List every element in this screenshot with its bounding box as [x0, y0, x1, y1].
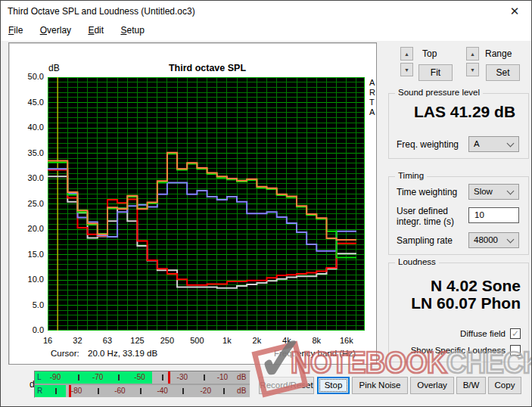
series-orange-trace	[48, 153, 356, 240]
x-axis-tick-label: 8k	[313, 336, 322, 345]
copy-button[interactable]: Copy	[488, 377, 521, 394]
arrow-up-icon: ▲	[470, 51, 475, 57]
x-axis-tick-label: 250	[160, 336, 174, 345]
top-spinner: ▲ ▼	[400, 47, 413, 79]
cursor-readout-label: Cursor:	[51, 349, 79, 358]
freq-weighting-select[interactable]: A	[468, 136, 519, 152]
meter-tick-mark	[78, 374, 79, 381]
meter-scale-label: dB	[237, 387, 246, 395]
menu-item-overlay[interactable]: Overlay	[33, 22, 78, 39]
meter-tick-mark	[98, 388, 99, 394]
group-label: Timing	[395, 171, 427, 180]
time-weighting-value: Slow	[474, 187, 493, 196]
y-axis-title: dB	[48, 63, 60, 73]
spl-chart-panel: dB Third octave SPL A R T A Cursor: 20.0…	[8, 42, 377, 365]
menu-bar: File Overlay Edit Setup	[1, 22, 531, 41]
y-axis-tick-label: 30.0	[11, 173, 44, 182]
y-axis-tick-label: 20.0	[11, 224, 44, 233]
time-weighting-select[interactable]: Slow	[468, 184, 519, 200]
meter-scale-label: -80	[71, 387, 82, 395]
freq-weighting-value: A	[474, 139, 480, 148]
group-label: Loudness	[395, 257, 439, 266]
specific-loudness-row: Show Specific Loudness	[411, 345, 521, 356]
x-axis-tick-label: 16k	[340, 336, 353, 345]
arta-spl-window: Third Octave SPL and Loudness (Untitled.…	[0, 0, 532, 407]
top-spin-up-button[interactable]: ▲	[400, 47, 413, 61]
cursor-readout-value: 20.0 Hz, 33.19 dB	[88, 349, 157, 358]
y-axis-tick-label: 50.0	[11, 72, 44, 81]
x-axis-tick-label: 32	[73, 336, 82, 345]
x-axis-tick-label: 16	[43, 336, 52, 345]
series-red-trace	[48, 170, 356, 285]
diffuse-field-row: Diffuse field ✓	[460, 328, 521, 339]
menu-item-edit[interactable]: Edit	[81, 22, 110, 39]
chevron-down-icon	[507, 188, 515, 195]
chevron-down-icon	[507, 140, 515, 148]
meter-scale-label: -30	[177, 373, 188, 381]
pink-noise-button[interactable]: Pink Noise	[352, 377, 408, 394]
x-axis-tick-label: 2k	[253, 336, 262, 345]
x-axis-tick-label: 4k	[282, 336, 291, 345]
close-button[interactable]: ✕	[506, 4, 523, 19]
set-button[interactable]: Set	[486, 64, 520, 81]
specific-loudness-checkbox[interactable]	[510, 345, 521, 356]
sone-value: N 4.02 Sone	[431, 277, 521, 295]
sampling-rate-select[interactable]: 48000	[468, 232, 519, 248]
sound-pressure-level-group: Sound pressure level LAS 41.29 dB Freq. …	[388, 93, 529, 159]
chart-title: Third octave SPL	[169, 63, 246, 73]
meter-tick-mark	[140, 388, 142, 394]
arrow-down-icon: ▼	[404, 67, 409, 73]
stop-button[interactable]: Stop	[317, 377, 350, 394]
meter-row-left: L -90-70-50-30-10dB	[35, 371, 250, 385]
record-reset-button[interactable]: Record/Reset	[259, 377, 314, 394]
time-weighting-label: Time weighting	[397, 187, 457, 197]
meter-tick-mark	[118, 374, 120, 381]
phon-value: LN 60.07 Phon	[411, 294, 521, 312]
sampling-rate-label: Sampling rate	[397, 235, 453, 246]
series-white-trace	[48, 176, 356, 287]
meter-row-right: R -80-60-40-20dB	[35, 385, 250, 397]
spl-plot-area[interactable]	[48, 77, 365, 331]
arrow-up-icon: ▲	[404, 51, 409, 57]
range-spin-down-button[interactable]: ▼	[466, 63, 479, 76]
range-spin-up-button[interactable]: ▲	[466, 47, 479, 61]
meter-scale-label: dB	[237, 373, 246, 381]
y-axis-tick-label: 5.0	[11, 300, 44, 309]
fit-button[interactable]: Fit	[418, 64, 453, 81]
chevron-down-icon	[507, 236, 515, 244]
window-title: Third Octave SPL and Loudness (Untitled.…	[8, 6, 195, 17]
freq-weighting-label: Freq. weighting	[397, 139, 459, 150]
diffuse-field-checkbox[interactable]: ✓	[510, 328, 521, 339]
meter-tick-mark	[55, 388, 57, 394]
y-axis-tick-label: 25.0	[11, 199, 44, 208]
integr-time-input[interactable]: 10	[468, 207, 519, 223]
range-spinner: ▲ ▼	[466, 47, 479, 79]
y-axis-tick-label: 45.0	[11, 98, 44, 107]
range-label: Range	[485, 48, 512, 59]
menu-item-file[interactable]: File	[2, 22, 30, 39]
integr-time-label-line2: integr. time (s)	[397, 216, 454, 227]
top-spin-down-button[interactable]: ▼	[400, 63, 413, 76]
arrow-down-icon: ▼	[470, 67, 475, 73]
specific-loudness-label: Show Specific Loudness	[411, 346, 506, 355]
meter-scale-label: -50	[134, 373, 145, 381]
spl-value: LAS 41.29 dB	[389, 103, 528, 121]
meter-scale-label: -90	[50, 373, 61, 381]
meter-peak-indicator	[168, 371, 170, 384]
x-axis-tick-label: 63	[103, 336, 112, 345]
x-axis-title: Frequency band (Hz)	[183, 349, 356, 358]
overlay-button[interactable]: Overlay	[410, 377, 454, 394]
integr-time-label-line1: User defined	[397, 206, 448, 216]
menu-item-setup[interactable]: Setup	[114, 22, 151, 39]
bw-button[interactable]: B/W	[456, 377, 486, 394]
y-axis-tick-label: 10.0	[11, 275, 44, 284]
meter-scale-label: -40	[157, 387, 167, 395]
close-icon: ✕	[510, 5, 520, 17]
meter-scale-label: -10	[217, 373, 228, 381]
y-axis-tick-label: 0.0	[11, 325, 44, 334]
y-axis-tick-label: 40.0	[11, 123, 44, 132]
meter-scale-label: -70	[92, 373, 103, 381]
top-label: Top	[422, 48, 437, 59]
title-bar: Third Octave SPL and Loudness (Untitled.…	[1, 1, 531, 22]
group-label: Sound pressure level	[395, 88, 483, 97]
